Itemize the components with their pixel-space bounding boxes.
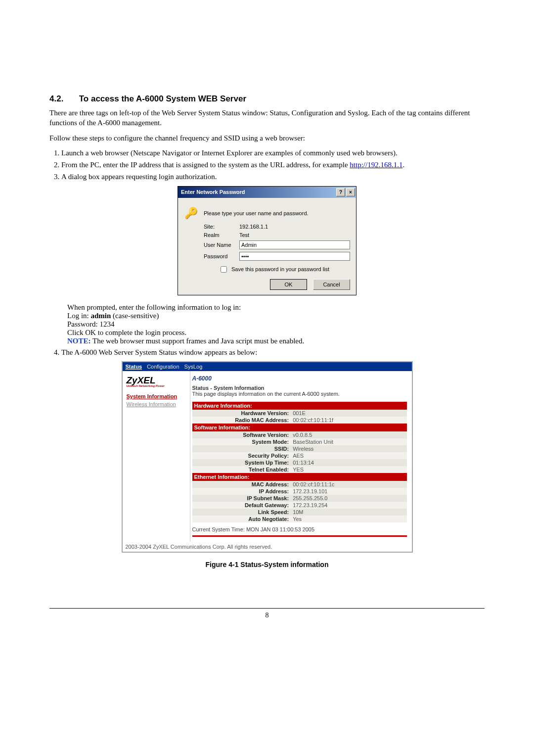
intro-paragraph-2: Follow these steps to configure the chan…: [49, 133, 485, 143]
save-password-checkbox[interactable]: [221, 266, 227, 273]
sw-section-header: Software Information:: [192, 424, 407, 431]
note-label: NOTE:: [67, 337, 91, 345]
step-2: From the PC, enter the IP address that i…: [61, 160, 485, 170]
brand-logo: ZyXEL Unleash Networking Power: [127, 375, 187, 387]
eth-table: MAC Address:00:02:cf:10:11:1c IP Address…: [192, 481, 407, 522]
steps-list: Launch a web browser (Netscape Navigator…: [49, 148, 485, 182]
close-icon[interactable]: ×: [346, 188, 355, 196]
note-line: NOTE: The web browser must support frame…: [67, 337, 485, 345]
tab-syslog[interactable]: SysLog: [184, 364, 203, 370]
tab-bar: Status Configuration SysLog: [123, 362, 412, 371]
realm-value: Test: [239, 232, 350, 238]
dialog-title: Enter Network Password: [181, 189, 245, 195]
status-description: This page displays information on the cu…: [192, 391, 407, 397]
password-input[interactable]: [239, 252, 350, 261]
status-window: Status Configuration SysLog ZyXEL Unleas…: [122, 361, 413, 553]
sw-table: Software Version:v0.0.8.5 System Mode:Ba…: [192, 431, 407, 473]
red-divider: [192, 535, 407, 537]
realm-label: Realm: [204, 232, 239, 238]
step-3: A dialog box appears requesting login au…: [61, 172, 485, 182]
steps-list-continued: The A-6000 Web Server System Status wind…: [49, 347, 485, 357]
eth-section-header: Ethernet Information:: [192, 473, 407, 481]
key-icon: 🔑: [183, 205, 199, 221]
cancel-button[interactable]: Cancel: [313, 279, 350, 290]
dialog-prompt: Please type your user name and password.: [204, 210, 309, 216]
help-icon[interactable]: ?: [336, 188, 345, 196]
login-dialog: Enter Network Password ? × 🔑 Please type…: [178, 186, 356, 295]
section-title: To access the A-6000 System WEB Server: [79, 94, 246, 103]
ok-button[interactable]: OK: [270, 279, 307, 290]
username-label: User Name: [204, 242, 239, 248]
copyright-line: 2003-2004 ZyXEL Communications Corp. All…: [123, 542, 412, 552]
sidebar-item-wireless-information[interactable]: Wireless Information: [127, 401, 187, 407]
site-value: 192.168.1.1: [239, 224, 350, 230]
dialog-titlebar: Enter Network Password ? ×: [178, 187, 356, 198]
hw-section-header: Hardware Information:: [192, 402, 407, 410]
status-title: Status - System Information: [192, 385, 407, 391]
site-label: Site:: [204, 224, 239, 230]
login-line-1: When prompted, enter the following infor…: [67, 303, 485, 312]
login-instructions: When prompted, enter the following infor…: [67, 303, 485, 345]
page-number: 8: [49, 608, 485, 619]
sidebar: ZyXEL Unleash Networking Power System In…: [123, 371, 190, 542]
section-heading: 4.2. To access the A-6000 System WEB Ser…: [49, 94, 485, 104]
login-line-4: Click OK to complete the login process.: [67, 329, 485, 337]
tab-configuration[interactable]: Configuration: [147, 364, 179, 370]
username-input[interactable]: [239, 240, 350, 249]
password-label: Password: [204, 253, 239, 259]
intro-paragraph-1: There are three tags on left-top of the …: [49, 108, 485, 128]
model-label: A-6000: [192, 375, 407, 382]
save-password-label: Save this password in your password list: [231, 266, 329, 272]
login-line-2: Log in: admin (case-sensitive): [67, 312, 485, 320]
current-system-time: Current System Time: MON JAN 03 11:00:53…: [192, 526, 407, 532]
hw-table: Hardware Version:001E Radio MAC Address:…: [192, 410, 407, 424]
url-link[interactable]: http://192.168.1.1: [350, 161, 402, 169]
login-line-3: Password: 1234: [67, 320, 485, 329]
figure-caption: Figure 4-1 Status-System information: [49, 561, 485, 568]
tab-status[interactable]: Status: [126, 364, 142, 370]
section-number: 4.2.: [49, 94, 77, 104]
step-1: Launch a web browser (Netscape Navigator…: [61, 148, 485, 158]
sidebar-item-system-information[interactable]: System Information: [127, 393, 187, 399]
step-4: The A-6000 Web Server System Status wind…: [61, 347, 485, 357]
